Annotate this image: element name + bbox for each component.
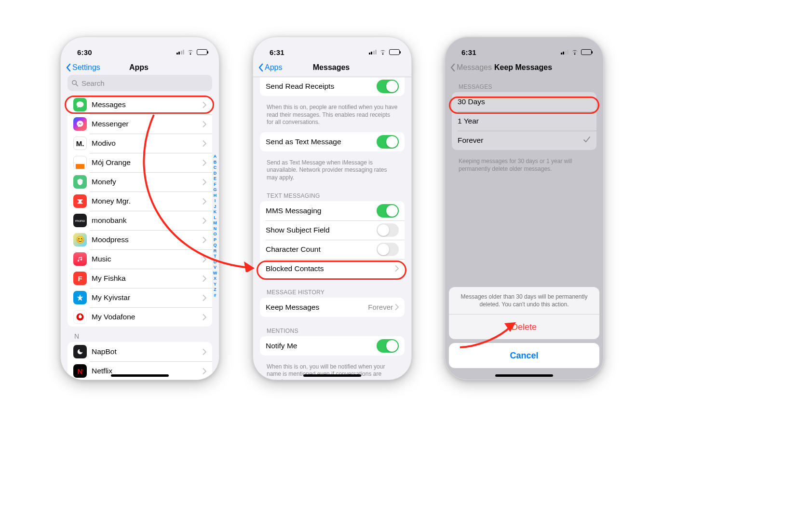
delete-button[interactable]: Delete	[449, 314, 599, 339]
phone-keep-messages: 6:31 Messages Keep Messages MESSAGES 30 …	[445, 37, 604, 380]
battery-icon	[581, 49, 592, 55]
option-30-days[interactable]: 30 Days	[452, 92, 596, 111]
mentions-header: MENTIONS	[253, 323, 411, 336]
text-messaging-header: TEXT MESSAGING	[253, 188, 411, 201]
moodpress-icon: 😊	[73, 233, 87, 247]
app-row-monefy[interactable]: Monefy	[68, 172, 212, 192]
status-icons	[176, 49, 208, 55]
monefy-icon	[73, 175, 87, 189]
home-indicator[interactable]	[495, 374, 553, 377]
app-row-modivo[interactable]: M. Modivo	[68, 134, 212, 153]
setting-subject-field[interactable]: Show Subject Field	[260, 220, 405, 240]
chevron-right-icon	[203, 121, 206, 127]
setting-read-receipts[interactable]: Send Read Receipts	[260, 77, 405, 96]
back-label: Settings	[72, 63, 100, 72]
phone-apps-list: 6:30 Settings Apps Search Messages Messe	[60, 37, 219, 380]
home-indicator[interactable]	[111, 374, 169, 377]
keep-options-group: 30 Days 1 Year Forever	[452, 92, 596, 150]
action-sheet: Messages older than 30 days will be perm…	[449, 287, 599, 368]
option-1-year[interactable]: 1 Year	[452, 111, 596, 131]
app-row-messenger[interactable]: Messenger	[68, 114, 212, 134]
search-icon	[71, 80, 79, 87]
phone-messages-settings: 6:31 Apps Messages Send Read Receipts Wh…	[253, 37, 412, 380]
app-row-kyivstar[interactable]: My Kyivstar	[68, 288, 212, 307]
app-label: Moodpress	[92, 235, 203, 244]
back-button[interactable]: Apps	[258, 63, 313, 72]
status-bar: 6:30	[61, 37, 219, 59]
app-label: My Fishka	[92, 274, 203, 283]
toggle[interactable]	[377, 339, 399, 353]
back-button[interactable]: Messages	[450, 63, 494, 72]
messages-header: MESSAGES	[445, 75, 603, 92]
chevron-right-icon	[203, 256, 206, 262]
search-placeholder: Search	[81, 79, 105, 87]
moneymgr-icon	[73, 194, 87, 208]
cancel-button[interactable]: Cancel	[449, 343, 599, 368]
chevron-left-icon	[258, 63, 264, 72]
status-icons	[561, 49, 592, 55]
app-row-music[interactable]: Music	[68, 249, 212, 269]
chevron-left-icon	[450, 63, 456, 72]
app-row-moj-orange[interactable]: Mój Orange	[68, 153, 212, 172]
back-button[interactable]: Settings	[66, 63, 129, 72]
chevron-right-icon	[203, 102, 206, 108]
messages-icon	[73, 98, 87, 111]
nav-bar: Messages Keep Messages	[445, 59, 603, 75]
app-label: My Vodafone	[92, 313, 203, 321]
setting-mms[interactable]: MMS Messaging	[260, 201, 405, 220]
app-label: monobank	[92, 216, 203, 225]
setting-char-count[interactable]: Character Count	[260, 240, 405, 259]
chevron-right-icon	[203, 275, 206, 282]
text-messaging-group: MMS Messaging Show Subject Field Charact…	[260, 201, 405, 278]
app-row-moodpress[interactable]: 😊 Moodpress	[68, 230, 212, 249]
option-forever[interactable]: Forever	[452, 131, 596, 150]
app-label: NapBot	[92, 347, 203, 356]
section-header-n: N	[61, 332, 219, 342]
signal-icon	[369, 50, 377, 55]
page-title: Apps	[129, 63, 149, 72]
send-text-group: Send as Text Message	[260, 132, 405, 151]
setting-notify-me[interactable]: Notify Me	[260, 336, 405, 356]
home-indicator[interactable]	[303, 374, 361, 377]
signal-icon	[176, 50, 185, 55]
app-row-moneymgr[interactable]: Money Mgr.	[68, 192, 212, 211]
vodafone-icon	[73, 310, 87, 324]
kyivstar-icon	[73, 291, 87, 304]
chevron-right-icon	[203, 140, 206, 147]
wifi-icon	[571, 49, 579, 55]
wifi-icon	[187, 49, 194, 55]
toggle[interactable]	[377, 243, 399, 256]
keep-footer: Keeping messages for 30 days or 1 year w…	[445, 156, 603, 178]
app-row-napbot[interactable]: NapBot	[68, 342, 212, 361]
setting-blocked-contacts[interactable]: Blocked Contacts	[260, 259, 405, 278]
app-row-fishka[interactable]: F My Fishka	[68, 269, 212, 288]
toggle[interactable]	[377, 223, 399, 237]
app-row-vodafone[interactable]: My Vodafone	[68, 307, 212, 327]
alphabet-index[interactable]: ABCDEFGHIJKLMNOPQRTUVWXYZ#	[212, 154, 218, 298]
check-icon	[583, 136, 591, 145]
app-label: Music	[92, 255, 203, 263]
monobank-icon: mono	[73, 214, 87, 227]
signal-icon	[561, 50, 569, 55]
toggle[interactable]	[377, 204, 399, 218]
app-label: Modivo	[92, 139, 203, 148]
app-row-netflix[interactable]: N Netflix	[68, 361, 212, 380]
apps-group-m: Messages Messenger M. Modivo Mój Orange …	[68, 95, 212, 327]
modivo-icon: M.	[73, 137, 87, 150]
toggle[interactable]	[377, 80, 399, 93]
search-input[interactable]: Search	[68, 75, 212, 91]
nav-bar: Settings Apps	[61, 59, 219, 75]
chevron-right-icon	[203, 349, 206, 355]
app-row-messages[interactable]: Messages	[68, 95, 212, 114]
battery-icon	[197, 49, 207, 55]
back-label: Apps	[265, 63, 282, 72]
notify-footer: When this is on, you will be notified wh…	[253, 361, 411, 380]
nav-bar: Apps Messages	[253, 59, 411, 77]
setting-send-text[interactable]: Send as Text Message	[260, 132, 405, 151]
setting-keep-messages[interactable]: Keep Messages Forever	[260, 298, 405, 317]
mentions-group: Notify Me	[260, 336, 405, 356]
app-row-monobank[interactable]: mono monobank	[68, 211, 212, 230]
toggle[interactable]	[377, 135, 399, 149]
status-bar: 6:31	[253, 37, 411, 59]
app-label: Monefy	[92, 178, 203, 186]
